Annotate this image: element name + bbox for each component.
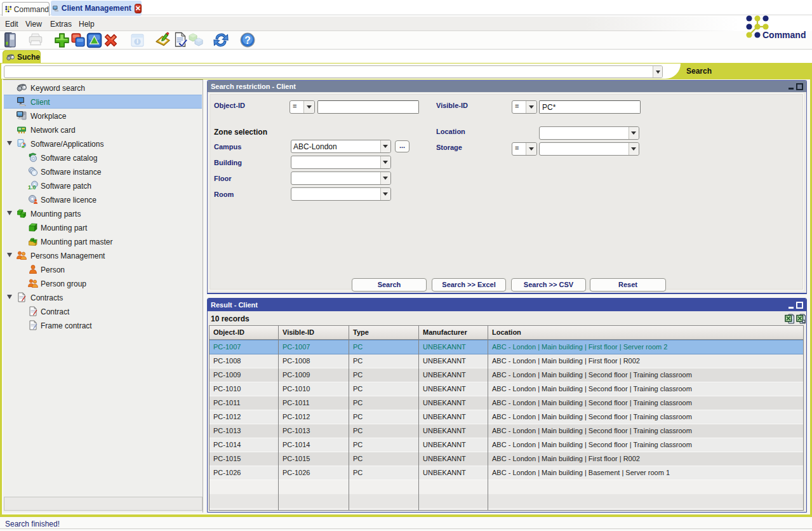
svg-text:?: ? <box>244 35 251 46</box>
svg-text:Command: Command <box>762 30 806 40</box>
svg-text:1.0: 1.0 <box>28 184 36 191</box>
